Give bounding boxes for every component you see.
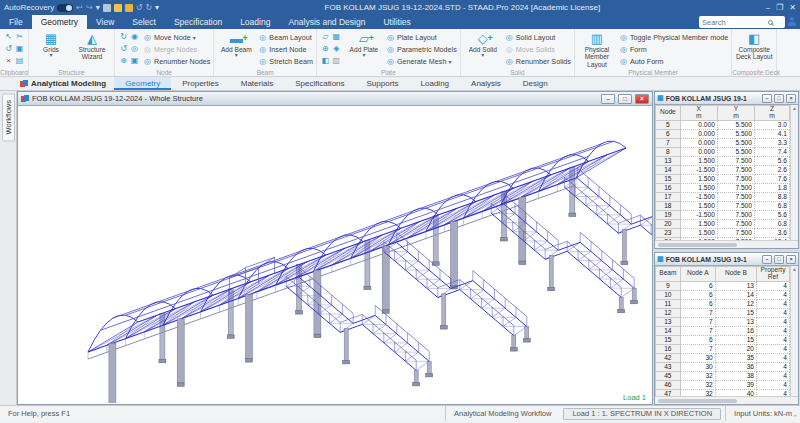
menu-tab-geometry[interactable]: Geometry [32, 15, 87, 29]
row-header-cell[interactable]: 10 [656, 290, 681, 299]
folder-icon[interactable] [125, 4, 133, 12]
beam-table-close-button[interactable]: × [786, 255, 796, 264]
toggle-physical-member-mode-button[interactable]: ◎Toggle Physical Member mode [619, 32, 728, 43]
open-folder-icon[interactable] [114, 4, 122, 12]
beam-layout-button[interactable]: ◎Beam Layout [258, 32, 313, 43]
menu-tab-analysis-and-design[interactable]: Analysis and Design [279, 15, 374, 29]
row-header-cell[interactable]: 14 [656, 326, 681, 335]
row-header-cell[interactable]: 8 [656, 147, 681, 156]
data-cell[interactable]: 0.8 [754, 219, 789, 228]
row-header-cell[interactable]: 46 [656, 380, 681, 389]
close-button[interactable]: ✕ [789, 3, 796, 12]
rotate-ccw-icon[interactable]: ↺ [118, 43, 129, 55]
data-cell[interactable]: 16 [715, 326, 756, 335]
column-header-x[interactable]: Xm [680, 106, 717, 121]
data-cell[interactable]: 35 [715, 353, 756, 362]
data-cell[interactable]: 4 [756, 299, 789, 308]
data-cell[interactable]: 3.6 [754, 228, 789, 237]
structure-wizard-button[interactable]: ◭Structure Wizard [73, 31, 111, 61]
table-row[interactable]: 181.5007.5006.8 [656, 201, 790, 210]
data-cell[interactable]: 4 [756, 281, 789, 290]
data-cell[interactable]: 7.500 [717, 183, 754, 192]
undo-icon[interactable]: ↺ [3, 43, 14, 55]
data-cell[interactable]: 6.8 [754, 201, 789, 210]
data-cell[interactable]: 1.8 [754, 183, 789, 192]
menu-tab-loading[interactable]: Loading [231, 15, 279, 29]
row-header-cell[interactable]: 14 [656, 165, 681, 174]
table-row[interactable]: 147164 [656, 326, 790, 335]
data-cell[interactable]: 0.000 [680, 147, 717, 156]
beam-table-hscrollbar[interactable] [655, 396, 798, 404]
workflow-tab-properties[interactable]: Properties [171, 77, 229, 90]
row-header-cell[interactable]: 16 [656, 183, 681, 192]
data-cell[interactable]: 36 [715, 362, 756, 371]
solid-layout-button[interactable]: ◎Solid Layout [505, 32, 571, 43]
data-cell[interactable]: 4 [756, 362, 789, 371]
row-header-cell[interactable]: 6 [656, 129, 681, 138]
data-cell[interactable]: 12 [715, 299, 756, 308]
data-cell[interactable]: -1.500 [680, 192, 717, 201]
table-row[interactable]: 4532384 [656, 371, 790, 380]
data-cell[interactable]: 40 [715, 389, 756, 396]
data-cell[interactable]: 6 [680, 335, 715, 344]
data-cell[interactable]: 4 [756, 290, 789, 299]
workflow-tab-design[interactable]: Design [512, 77, 559, 90]
data-cell[interactable]: 7 [680, 326, 715, 335]
data-cell[interactable]: 15 [715, 308, 756, 317]
menu-tab-specification[interactable]: Specification [165, 15, 231, 29]
data-cell[interactable]: 1.500 [680, 219, 717, 228]
data-cell[interactable]: 20 [715, 344, 756, 353]
data-cell[interactable]: 14 [715, 290, 756, 299]
data-cell[interactable]: 5.500 [717, 129, 754, 138]
table-row[interactable]: 96134 [656, 281, 790, 290]
search-input[interactable] [702, 18, 766, 27]
data-cell[interactable]: 30 [680, 353, 715, 362]
row-header-cell[interactable]: 23 [656, 228, 681, 237]
row-header-cell[interactable]: 16 [656, 344, 681, 353]
column-header-beam[interactable]: Beam [656, 267, 681, 282]
row-header-cell[interactable]: 19 [656, 210, 681, 219]
view-maximize-button[interactable]: □ [618, 94, 632, 104]
data-cell[interactable]: 4 [756, 371, 789, 380]
node-table-vscrollbar[interactable]: ▲ [790, 105, 798, 240]
data-cell[interactable]: 7.500 [717, 165, 754, 174]
data-cell[interactable]: 7.4 [754, 147, 789, 156]
table-row[interactable]: 60.0005.5004.1 [656, 129, 790, 138]
search-box[interactable] [699, 16, 785, 28]
data-cell[interactable]: 1.500 [680, 183, 717, 192]
data-cell[interactable]: 4 [756, 380, 789, 389]
data-cell[interactable]: 7.6 [754, 174, 789, 183]
insert-node-button[interactable]: ◎Insert Node [258, 44, 313, 55]
data-cell[interactable]: 4 [756, 353, 789, 362]
quad-icon[interactable]: ▱ [320, 31, 331, 43]
node-table-hscrollbar[interactable] [655, 240, 798, 248]
data-cell[interactable]: 13 [715, 317, 756, 326]
auto-form-button[interactable]: ◎Auto Form [619, 56, 728, 67]
data-cell[interactable]: 39 [715, 380, 756, 389]
globe-icon[interactable]: ◎ [129, 43, 140, 55]
move-node-button[interactable]: ◎Move Node▾ [143, 32, 210, 43]
table-row[interactable]: 167204 [656, 344, 790, 353]
workflow-tab-loading[interactable]: Loading [410, 77, 460, 90]
data-cell[interactable]: 5.500 [717, 138, 754, 147]
data-cell[interactable]: 5.500 [717, 120, 754, 129]
model-canvas[interactable]: Load 1 [18, 106, 652, 404]
row-header-cell[interactable]: 42 [656, 353, 681, 362]
data-cell[interactable]: 4 [756, 317, 789, 326]
data-cell[interactable]: -1.500 [680, 210, 717, 219]
view-window-title-bar[interactable]: FOB KOLLAM JSUG 19-12-2024 - Whole Struc… [18, 92, 652, 106]
mesh-icon[interactable]: ▦ [331, 31, 342, 43]
row-header-cell[interactable]: 18 [656, 201, 681, 210]
data-cell[interactable]: 5.6 [754, 210, 789, 219]
beam-table[interactable]: BeamNode ANode BProperty Ref961341061441… [655, 266, 790, 396]
row-header-cell[interactable]: 17 [656, 192, 681, 201]
data-cell[interactable]: 7.500 [717, 156, 754, 165]
node-table-close-button[interactable]: × [786, 94, 796, 103]
row-header-cell[interactable]: 9 [656, 281, 681, 290]
autorecovery-toggle[interactable] [57, 4, 73, 12]
sphere-icon[interactable]: ◉ [129, 31, 140, 43]
row-header-cell[interactable]: 13 [656, 317, 681, 326]
column-header-y[interactable]: Ym [717, 106, 754, 121]
row-header-cell[interactable]: 12 [656, 308, 681, 317]
node-table-maximize-button[interactable]: □ [774, 94, 784, 103]
